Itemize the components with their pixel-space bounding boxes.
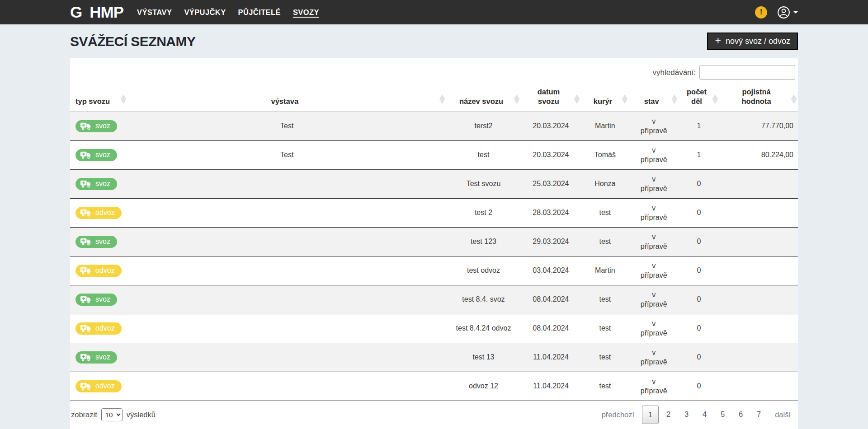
table-row: odvoz odvoz 12 11.04.2024 test v příprav… xyxy=(70,372,798,401)
cell-pojistna-hodnota xyxy=(719,199,798,228)
column-header-stav[interactable]: stav xyxy=(629,84,678,112)
cell-kuryr: Martin xyxy=(581,112,629,141)
cell-pojistna-hodnota: 80.224,00 xyxy=(719,141,798,170)
nav-item-vypujcky[interactable]: VÝPUJČKY xyxy=(184,8,226,17)
cell-kuryr: test xyxy=(581,228,629,256)
truck-icon xyxy=(80,151,92,159)
cell-kuryr: test xyxy=(581,343,629,372)
nav-item-svozy[interactable]: SVOZY xyxy=(293,8,319,17)
search-input[interactable] xyxy=(699,65,795,80)
badge-label: svoz xyxy=(95,180,110,187)
cell-typ-svozu: svoz xyxy=(70,228,127,256)
search-row: vyhledávání: xyxy=(70,58,798,84)
cell-datum-svozu: 08.04.2024 xyxy=(521,314,581,343)
column-header-pojistna-hodnota[interactable]: pojistná hodnota xyxy=(719,84,798,112)
table-row: svoz Test terst2 20.03.2024 Martin v pří… xyxy=(70,112,798,141)
search-label: vyhledávání: xyxy=(653,68,696,77)
sort-icon xyxy=(672,94,677,104)
page-number-3[interactable]: 3 xyxy=(678,406,695,424)
cell-kuryr: Tomáš xyxy=(581,141,629,170)
new-svoz-odvoz-button[interactable]: + nový svoz / odvoz xyxy=(707,33,798,50)
cell-pocet-del: 1 xyxy=(679,141,719,170)
sort-icon xyxy=(121,94,126,104)
cell-typ-svozu: svoz xyxy=(70,141,127,170)
cell-typ-svozu: svoz xyxy=(70,285,127,314)
column-header-pocet-del[interactable]: počet děl xyxy=(679,84,719,112)
cell-kuryr: test xyxy=(581,199,629,228)
logo-mark: G xyxy=(70,3,82,21)
pagination-next[interactable]: další xyxy=(769,406,797,423)
table-row: odvoz test 2 28.03.2024 test v přípravě … xyxy=(70,199,798,228)
new-button-label: nový svoz / odvoz xyxy=(726,37,790,46)
cell-datum-svozu: 11.04.2024 xyxy=(521,343,581,372)
user-menu[interactable] xyxy=(777,6,798,19)
cell-vystava xyxy=(127,199,446,228)
page-number-1[interactable]: 1 xyxy=(642,406,659,424)
cell-kuryr: test xyxy=(581,372,629,401)
cell-stav: v přípravě xyxy=(629,343,678,372)
table-footer: zobrazit 10 výsledků předchozí 1234567 d… xyxy=(70,401,798,424)
navbar-right: ! xyxy=(755,6,798,19)
column-header-typ-svozu[interactable]: typ svozu xyxy=(70,84,127,112)
table-row: svoz test 13 11.04.2024 test v přípravě … xyxy=(70,343,798,372)
cell-typ-svozu: odvoz xyxy=(70,199,127,228)
content-card: vyhledávání: typ svozu výstava název svo… xyxy=(70,58,798,429)
truck-icon xyxy=(80,382,92,390)
table-row: odvoz test odvoz 03.04.2024 Martin v pří… xyxy=(70,256,798,285)
page-number-7[interactable]: 7 xyxy=(750,406,767,424)
typ-svozu-badge: odvoz xyxy=(75,207,122,219)
cell-vystava xyxy=(127,314,446,343)
truck-icon xyxy=(80,238,92,246)
typ-svozu-badge: svoz xyxy=(75,178,117,190)
truck-icon xyxy=(80,267,92,275)
cell-nazev-svozu: terst2 xyxy=(446,112,520,141)
cell-pojistna-hodnota xyxy=(719,343,798,372)
truck-icon xyxy=(80,325,92,332)
cell-pocet-del: 0 xyxy=(679,285,719,314)
cell-kuryr: test xyxy=(581,314,629,343)
page-length-control: zobrazit 10 výsledků xyxy=(71,408,156,421)
cell-nazev-svozu: test xyxy=(446,141,520,170)
cell-typ-svozu: odvoz xyxy=(70,372,127,401)
page-number-4[interactable]: 4 xyxy=(696,406,713,424)
pagination-prev[interactable]: předchozí xyxy=(595,406,641,423)
page-number-2[interactable]: 2 xyxy=(660,406,677,424)
svozy-table: typ svozu výstava název svozu datum svoz… xyxy=(70,84,798,401)
sort-icon xyxy=(791,94,797,104)
nav-item-vystavy[interactable]: VÝSTAVY xyxy=(137,8,172,17)
cell-stav: v přípravě xyxy=(629,199,678,228)
column-header-nazev-svozu[interactable]: název svozu xyxy=(446,84,520,112)
page-size-select[interactable]: 10 xyxy=(101,408,123,421)
truck-icon xyxy=(80,180,92,188)
page-number-5[interactable]: 5 xyxy=(714,406,731,424)
column-header-datum-svozu[interactable]: datum svozu xyxy=(521,84,581,112)
badge-label: odvoz xyxy=(95,382,115,390)
cell-datum-svozu: 20.03.2024 xyxy=(521,112,581,141)
nav-item-pujcitele[interactable]: PŮJČITELÉ xyxy=(238,8,281,17)
table-header-row: typ svozu výstava název svozu datum svoz… xyxy=(70,84,798,112)
column-header-vystava[interactable]: výstava xyxy=(127,84,446,112)
cell-stav: v přípravě xyxy=(629,314,678,343)
cell-pojistna-hodnota xyxy=(719,228,798,256)
cell-pocet-del: 0 xyxy=(679,372,719,401)
warning-icon[interactable]: ! xyxy=(755,6,767,19)
sort-icon xyxy=(574,94,580,104)
cell-pocet-del: 0 xyxy=(679,343,719,372)
page-numbers: 1234567 xyxy=(642,406,767,424)
page-header: SVÁŽECÍ SEZNAMY + nový svoz / odvoz xyxy=(70,24,798,58)
table-row: odvoz test 8.4.24 odvoz 08.04.2024 test … xyxy=(70,314,798,343)
cell-pocet-del: 0 xyxy=(679,256,719,285)
column-header-kuryr[interactable]: kurýr xyxy=(581,84,629,112)
cell-kuryr: Martin xyxy=(581,256,629,285)
pagination: předchozí 1234567 další xyxy=(595,406,797,424)
cell-vystava xyxy=(127,170,446,199)
cell-nazev-svozu: test 13 xyxy=(446,343,520,372)
page-number-6[interactable]: 6 xyxy=(732,406,749,424)
table-row: svoz Test svozu 25.03.2024 Honza v přípr… xyxy=(70,170,798,199)
top-navbar: G HMP VÝSTAVYVÝPUJČKYPŮJČITELÉSVOZY ! xyxy=(0,0,868,24)
truck-icon xyxy=(80,209,92,217)
table-row: svoz test 123 29.03.2024 test v přípravě… xyxy=(70,228,798,256)
app-logo[interactable]: G HMP xyxy=(70,3,123,21)
typ-svozu-badge: svoz xyxy=(75,351,117,364)
cell-pocet-del: 0 xyxy=(679,314,719,343)
